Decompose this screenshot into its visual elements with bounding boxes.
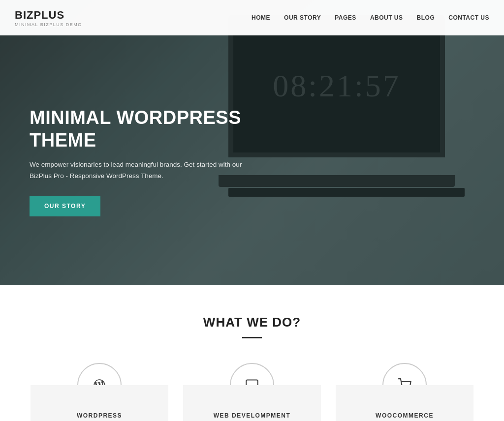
hero-cta-button[interactable]: OUR STORY	[30, 196, 100, 216]
nav-item-pages[interactable]: PAGES	[335, 14, 356, 21]
section-divider	[242, 337, 262, 338]
hero-section: 08:21:57 MINIMAL WORDPRESS THEME We empo…	[0, 0, 504, 285]
hero-description: We empower visionaries to lead meaningfu…	[30, 159, 251, 182]
main-nav: HOMEOUR STORYPAGESABOUT USBLOGCONTACT US	[252, 14, 489, 21]
services-grid: WORDPRESSWordPress is a web application …	[16, 363, 488, 421]
hero-content: MINIMAL WORDPRESS THEME We empower visio…	[30, 107, 251, 216]
nav-item-blog[interactable]: BLOG	[417, 14, 435, 21]
service-card: WEB DEVELOMPMENTTo change your life on a…	[183, 363, 321, 421]
nav-item-our-story[interactable]: OUR STORY	[284, 14, 321, 21]
service-name: WOOCOMMERCE	[347, 412, 462, 419]
site-header: BIZPLUS MINIMAL BIZPLUS DEMO HOMEOUR STO…	[0, 0, 504, 35]
service-box: WEB DEVELOMPMENTTo change your life on a…	[183, 385, 321, 421]
service-box: WOOCOMMERCEWooCommerce is a free ecommer…	[336, 385, 473, 421]
section-title: WHAT WE DO?	[15, 315, 489, 330]
nav-item-about-us[interactable]: ABOUT US	[370, 14, 403, 21]
what-we-do-section: WHAT WE DO? WORDPRESSWordPress is a web …	[0, 285, 504, 421]
logo: BIZPLUS MINIMAL BIZPLUS DEMO	[15, 9, 82, 27]
logo-title: BIZPLUS	[15, 9, 82, 22]
nav-item-contact-us[interactable]: CONTACT US	[448, 14, 489, 21]
service-name: WEB DEVELOMPMENT	[195, 412, 309, 419]
hero-title: MINIMAL WORDPRESS THEME	[30, 107, 251, 151]
service-card: WOOCOMMERCEWooCommerce is a free ecommer…	[336, 363, 473, 421]
nav-item-home[interactable]: HOME	[252, 14, 270, 21]
service-name: WORDPRESS	[42, 412, 157, 419]
logo-subtitle: MINIMAL BIZPLUS DEMO	[15, 22, 82, 27]
service-box: WORDPRESSWordPress is a web application …	[31, 385, 168, 421]
service-card: WORDPRESSWordPress is a web application …	[31, 363, 168, 421]
